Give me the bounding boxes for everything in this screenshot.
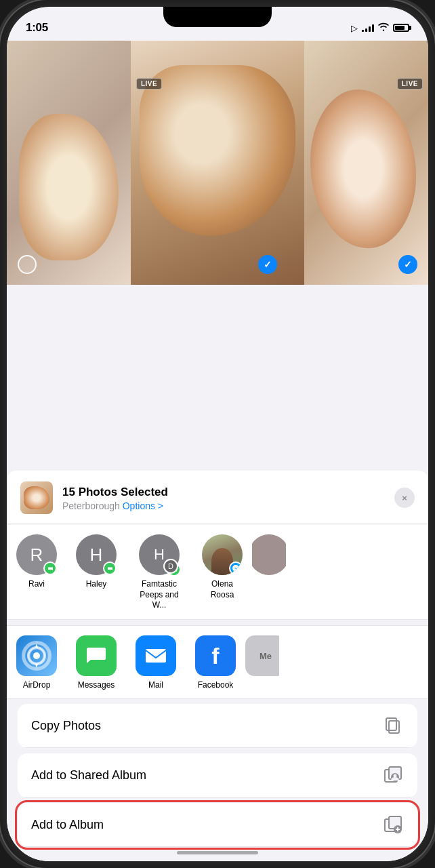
svg-rect-6 — [146, 649, 166, 663]
avatar-famtastic: H D — [139, 534, 180, 575]
add-album-icon — [382, 814, 404, 835]
badge-haley — [103, 561, 117, 575]
svg-rect-8 — [386, 718, 396, 730]
phone-inner: 1:05 ▷ — [7, 7, 428, 861]
notch — [163, 7, 272, 27]
app-name-mail: Mail — [148, 680, 163, 690]
status-time: 1:05 — [26, 21, 48, 35]
app-partial: Me — [245, 635, 279, 690]
mail-icon — [136, 635, 176, 676]
location-text: Peterborough — [62, 500, 120, 511]
svg-point-12 — [394, 774, 397, 778]
avatar-ravi: R — [16, 534, 57, 575]
messages-icon — [76, 635, 117, 676]
photo-area: LIVE LIVE — [7, 41, 428, 285]
photo-col-left[interactable] — [7, 41, 131, 285]
app-airdrop[interactable]: AirDrop — [7, 635, 66, 690]
add-album-row[interactable]: Add to Album — [18, 803, 417, 847]
live-badge-right: LIVE — [397, 78, 423, 90]
copy-icon — [382, 715, 404, 736]
app-mail[interactable]: Mail — [126, 635, 186, 690]
add-album-label: Add to Album — [31, 818, 104, 832]
close-button[interactable]: × — [394, 488, 415, 508]
header-title: 15 Photos Selected — [62, 485, 385, 500]
status-icons: ▷ — [351, 22, 409, 33]
contact-name-haley: Haley — [86, 579, 107, 590]
share-sheet: 15 Photos Selected Peterborough Options … — [7, 471, 428, 861]
phone-frame: 1:05 ▷ — [0, 0, 435, 868]
copy-photos-row[interactable]: Copy Photos — [18, 704, 417, 748]
photo-col-right[interactable]: LIVE — [304, 41, 428, 285]
share-header: 15 Photos Selected Peterborough Options … — [7, 471, 428, 524]
app-name-messages: Messages — [78, 680, 115, 690]
svg-point-5 — [34, 653, 39, 658]
contact-name-famtastic: FamtasticPeeps and W... — [133, 579, 186, 611]
contacts-list: R Ravi H — [7, 525, 286, 619]
add-album-group: Add to Album — [18, 803, 417, 847]
location-icon: ▷ — [351, 23, 358, 33]
header-subtitle: Peterborough Options > — [62, 500, 385, 511]
contact-partial — [252, 534, 286, 611]
apps-list: AirDrop Messages — [7, 626, 279, 698]
selection-circle-center[interactable] — [258, 255, 277, 274]
app-name-airdrop: AirDrop — [23, 680, 51, 690]
action-group-copy: Copy Photos — [18, 704, 417, 748]
app-messages[interactable]: Messages — [66, 635, 126, 690]
svg-point-4 — [29, 648, 44, 663]
contact-name-olena: OlenaRoosa — [211, 579, 234, 600]
header-text-block: 15 Photos Selected Peterborough Options … — [62, 485, 385, 511]
shared-album-icon — [382, 764, 404, 786]
header-thumbnail — [20, 481, 53, 514]
badge-olena — [229, 561, 243, 575]
live-badge-center: LIVE — [136, 78, 162, 90]
selection-circle-left[interactable] — [18, 255, 37, 274]
battery-icon — [393, 24, 409, 32]
actions-container: Copy Photos Add to Share — [7, 704, 428, 847]
contact-name-ravi: Ravi — [28, 579, 45, 590]
add-shared-album-row[interactable]: Add to Shared Album — [18, 753, 417, 797]
add-shared-album-label: Add to Shared Album — [31, 768, 146, 783]
contacts-row: R Ravi H — [7, 525, 428, 620]
photo-col-center[interactable]: LIVE — [131, 41, 304, 285]
svg-point-3 — [24, 644, 49, 668]
airdrop-icon — [16, 635, 57, 676]
svg-rect-7 — [389, 721, 399, 733]
facebook-icon: f — [195, 635, 236, 676]
app-name-facebook: Facebook — [198, 680, 234, 690]
app-facebook[interactable]: f Facebook — [186, 635, 245, 690]
signal-icon — [362, 24, 374, 32]
apps-row: AirDrop Messages — [7, 625, 428, 698]
contact-haley[interactable]: H Haley — [66, 534, 126, 611]
screen: 1:05 ▷ — [7, 7, 428, 861]
avatar-haley: H — [76, 534, 117, 575]
avatar-olena — [202, 534, 243, 575]
options-link[interactable]: Options > — [123, 500, 163, 511]
selection-circle-right-1[interactable] — [398, 255, 417, 274]
wifi-icon — [378, 22, 389, 33]
badge-ravi — [43, 561, 57, 575]
contact-olena[interactable]: OlenaRoosa — [192, 534, 252, 611]
contact-famtastic[interactable]: H D FamtasticPeeps and W... — [126, 534, 192, 611]
photo-grid: LIVE LIVE — [7, 41, 428, 285]
action-group-shared: Add to Shared Album — [18, 753, 417, 797]
contact-ravi[interactable]: R Ravi — [7, 534, 66, 611]
home-indicator — [177, 851, 258, 854]
copy-photos-label: Copy Photos — [31, 719, 101, 733]
